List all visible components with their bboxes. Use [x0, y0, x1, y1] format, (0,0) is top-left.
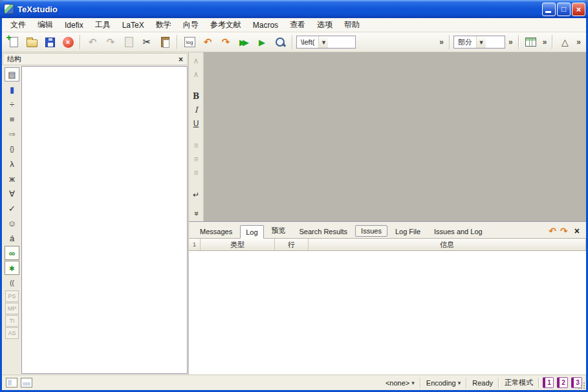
newline-button[interactable]: ↵ — [190, 189, 202, 201]
new-document-button[interactable] — [5, 34, 22, 50]
menu-idefix[interactable]: Idefix — [59, 19, 89, 32]
log-column-line[interactable]: 行 — [275, 239, 309, 250]
bookmark-2-button[interactable]: 2 — [557, 377, 568, 388]
tab-messages[interactable]: Messages — [194, 224, 238, 238]
log-column-type[interactable]: 类型 — [201, 239, 275, 250]
log-table-body[interactable] — [189, 251, 586, 375]
toolbar-overflow-chevron[interactable]: » — [437, 38, 446, 47]
save-button[interactable] — [41, 34, 58, 50]
side-tab-strip: ▤ ▮ ÷ ≡ ⇒ {} λ ж ∀ ✓ ☺ á ∞ ∗ (( — [3, 66, 21, 374]
side-tab-cyrillic[interactable]: ж — [5, 171, 19, 186]
toolbar-separator — [292, 35, 293, 49]
structure-panel-close-icon[interactable]: × — [179, 55, 183, 64]
structure-tree[interactable] — [21, 66, 188, 374]
output-jump-forward-icon[interactable]: ↷ — [560, 226, 568, 236]
bold-button[interactable]: B — [190, 91, 202, 102]
align-center-button[interactable]: ≡ — [190, 153, 202, 165]
maximize-button[interactable]: □ — [557, 3, 571, 16]
side-tab-tikz[interactable]: TI — [5, 315, 19, 327]
open-file-button[interactable] — [23, 34, 40, 50]
side-tab-star-operators[interactable]: ∗ — [5, 261, 19, 275]
section-toolbar-overflow-chevron[interactable]: » — [506, 38, 515, 47]
table-toolbar-overflow-chevron[interactable]: » — [541, 38, 549, 47]
side-tab-greek[interactable]: λ — [5, 157, 19, 171]
document-selector[interactable]: <none> ▾ — [384, 379, 417, 387]
output-panel-close-icon[interactable]: × — [572, 226, 582, 236]
menu-file[interactable]: 文件 — [5, 17, 32, 32]
menu-tools[interactable]: 工具 — [89, 17, 116, 32]
side-tab-relations[interactable]: ≡ — [5, 112, 19, 126]
log-column-message[interactable]: 信息 — [309, 239, 586, 250]
minimize-button[interactable] — [542, 3, 556, 16]
redo-button[interactable]: ↷ — [102, 34, 119, 50]
redo-icon: ↷ — [107, 36, 115, 48]
menu-math[interactable]: 数学 — [150, 17, 177, 32]
menu-options[interactable]: 选项 — [311, 17, 338, 32]
tab-log-file[interactable]: Log File — [389, 224, 426, 238]
close-document-button[interactable]: × — [60, 34, 76, 50]
section-combo[interactable]: 部分▾ — [453, 36, 505, 49]
side-tab-bookmarks[interactable]: ▮ — [5, 82, 19, 96]
menu-macros[interactable]: Macros — [247, 19, 284, 32]
side-tab-misc-math[interactable]: ✓ — [5, 201, 19, 215]
format-toolbar: ∧ ∧ B I U ≡ ≡ ≡ ↵ » — [189, 52, 204, 221]
tab-issues-and-log[interactable]: Issues and Log — [428, 224, 488, 238]
side-tab-asymptote[interactable]: AS — [5, 327, 19, 339]
view-pdf-button[interactable] — [272, 34, 289, 50]
undo-button[interactable]: ↶ — [84, 34, 101, 50]
output-jump-back-icon[interactable]: ↶ — [549, 226, 556, 236]
paste-button[interactable] — [157, 34, 173, 50]
tab-log[interactable]: Log — [240, 225, 263, 239]
math-symbol-button[interactable]: △ — [556, 34, 573, 50]
left-delimiter-combo[interactable]: \left(▾ — [296, 36, 356, 49]
underline-button[interactable]: U — [190, 118, 202, 129]
tab-issues[interactable]: Issues — [355, 225, 387, 237]
dropdown-arrow-icon: ▾ — [458, 380, 461, 386]
italic-button[interactable]: I — [190, 104, 202, 116]
main-area: 结构 × ▤ ▮ ÷ ≡ ⇒ {} λ ж ∀ ✓ ☺ — [2, 52, 586, 375]
math-toolbar-overflow-chevron[interactable]: » — [574, 38, 583, 47]
menu-bibliography[interactable]: 参考文献 — [204, 17, 247, 32]
view-log-button[interactable]: log — [181, 34, 198, 50]
layout-split-icon[interactable] — [21, 378, 32, 387]
compile-button[interactable]: ▶ — [254, 34, 270, 50]
layout-single-icon[interactable] — [6, 378, 17, 387]
side-tab-brackets[interactable]: (( — [5, 276, 19, 290]
side-tab-pstricks[interactable]: PS — [5, 290, 19, 302]
tab-search-results[interactable]: Search Results — [294, 224, 354, 238]
mode-indicator[interactable]: 正常模式 — [503, 378, 535, 387]
side-tab-delimiters[interactable]: {} — [5, 142, 19, 156]
side-tab-infinity-symbols[interactable]: ∞ — [5, 246, 19, 260]
combo-dropdown-icon: ▾ — [318, 36, 328, 48]
jump-back-button[interactable]: ↶ — [199, 34, 216, 50]
fmt-up-arrow-icon[interactable]: ∧ — [190, 55, 202, 67]
format-strip-collapse-icon[interactable]: » — [190, 208, 202, 220]
tab-preview[interactable]: 预览 — [266, 223, 292, 238]
side-tab-structure[interactable]: ▤ — [5, 67, 19, 82]
side-tab-accents[interactable]: á — [5, 231, 19, 245]
resize-grip[interactable] — [578, 382, 586, 390]
side-tab-operators[interactable]: ÷ — [5, 97, 19, 111]
menu-edit[interactable]: 编辑 — [32, 17, 59, 32]
align-left-button[interactable]: ≡ — [190, 140, 202, 151]
menu-help[interactable]: 帮助 — [338, 17, 365, 32]
build-and-view-button[interactable]: ▶▶ — [235, 34, 252, 50]
jump-forward-button[interactable]: ↷ — [217, 34, 234, 50]
encoding-selector[interactable]: Encoding ▾ — [424, 379, 463, 387]
close-document-icon: × — [63, 37, 74, 48]
side-tab-metapost[interactable]: MP — [5, 303, 19, 314]
fmt-up-arrow2-icon[interactable]: ∧ — [190, 69, 202, 80]
toolbar-separator — [518, 35, 519, 49]
side-tab-misc-symbols[interactable]: ☺ — [5, 216, 19, 230]
menu-view[interactable]: 查看 — [284, 17, 311, 32]
side-tab-arrows[interactable]: ⇒ — [5, 127, 19, 141]
bookmark-1-button[interactable]: 1 — [543, 377, 554, 388]
table-wizard-button[interactable] — [523, 34, 539, 50]
align-right-button[interactable]: ≡ — [190, 167, 202, 179]
copy-button[interactable] — [120, 34, 137, 50]
side-tab-logic[interactable]: ∀ — [5, 186, 19, 201]
cut-button[interactable]: ✂ — [138, 34, 155, 50]
close-button[interactable]: × — [572, 3, 585, 16]
menu-latex[interactable]: LaTeX — [116, 19, 150, 32]
menu-wizard[interactable]: 向导 — [177, 17, 204, 32]
